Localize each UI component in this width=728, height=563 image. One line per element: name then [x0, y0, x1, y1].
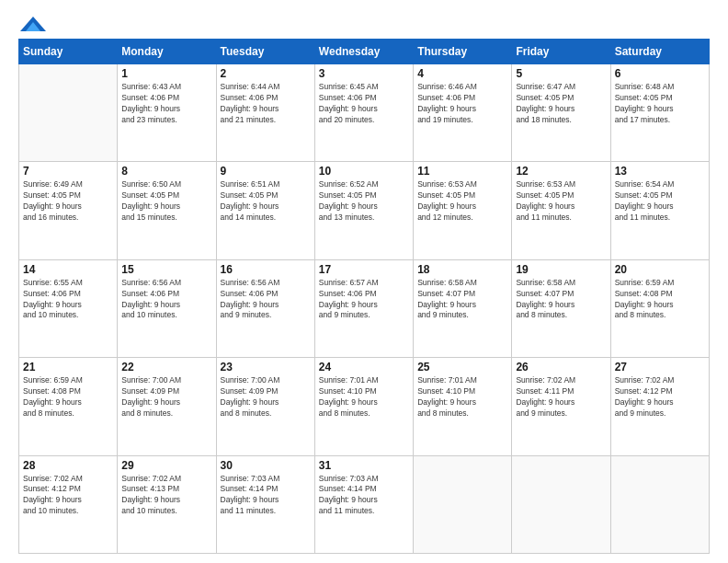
- calendar-cell: 7Sunrise: 6:49 AM Sunset: 4:05 PM Daylig…: [19, 162, 118, 259]
- day-info: Sunrise: 7:02 AM Sunset: 4:13 PM Dayligh…: [121, 474, 211, 518]
- calendar-header-monday: Monday: [118, 40, 216, 64]
- day-info: Sunrise: 6:53 AM Sunset: 4:05 PM Dayligh…: [417, 179, 507, 224]
- calendar-cell: 23Sunrise: 7:00 AM Sunset: 4:09 PM Dayli…: [216, 358, 314, 455]
- calendar-cell: 9Sunrise: 6:51 AM Sunset: 4:05 PM Daylig…: [216, 162, 314, 259]
- day-number: 19: [516, 263, 606, 276]
- day-info: Sunrise: 6:58 AM Sunset: 4:07 PM Dayligh…: [516, 278, 606, 322]
- calendar-cell: 31Sunrise: 7:03 AM Sunset: 4:14 PM Dayli…: [314, 455, 413, 553]
- calendar-cell: 27Sunrise: 7:02 AM Sunset: 4:12 PM Dayli…: [610, 358, 709, 455]
- calendar-cell: 10Sunrise: 6:52 AM Sunset: 4:05 PM Dayli…: [314, 162, 413, 259]
- day-number: 15: [121, 263, 211, 276]
- calendar-cell: 25Sunrise: 7:01 AM Sunset: 4:10 PM Dayli…: [414, 358, 512, 455]
- day-number: 6: [615, 67, 705, 80]
- day-info: Sunrise: 7:03 AM Sunset: 4:14 PM Dayligh…: [319, 474, 409, 518]
- calendar-cell: [414, 455, 512, 553]
- day-number: 16: [221, 263, 311, 276]
- calendar-cell: 1Sunrise: 6:43 AM Sunset: 4:06 PM Daylig…: [118, 64, 216, 162]
- logo-icon: [20, 15, 46, 33]
- calendar-week-row: 28Sunrise: 7:02 AM Sunset: 4:12 PM Dayli…: [19, 455, 710, 553]
- day-info: Sunrise: 6:59 AM Sunset: 4:08 PM Dayligh…: [23, 375, 113, 419]
- day-number: 7: [23, 165, 113, 178]
- calendar-cell: 24Sunrise: 7:01 AM Sunset: 4:10 PM Dayli…: [314, 358, 413, 455]
- calendar-week-row: 21Sunrise: 6:59 AM Sunset: 4:08 PM Dayli…: [19, 358, 710, 455]
- day-number: 12: [516, 165, 606, 178]
- calendar-header-saturday: Saturday: [610, 40, 709, 64]
- day-number: 14: [23, 263, 113, 276]
- calendar-cell: 12Sunrise: 6:53 AM Sunset: 4:05 PM Dayli…: [512, 162, 610, 259]
- day-number: 20: [615, 263, 705, 276]
- day-info: Sunrise: 7:02 AM Sunset: 4:12 PM Dayligh…: [615, 375, 705, 419]
- day-info: Sunrise: 6:50 AM Sunset: 4:05 PM Dayligh…: [121, 179, 211, 224]
- day-number: 18: [417, 263, 507, 276]
- day-info: Sunrise: 6:58 AM Sunset: 4:07 PM Dayligh…: [417, 278, 507, 322]
- calendar-cell: 20Sunrise: 6:59 AM Sunset: 4:08 PM Dayli…: [610, 259, 709, 357]
- day-info: Sunrise: 6:47 AM Sunset: 4:05 PM Dayligh…: [516, 82, 606, 126]
- calendar-table: SundayMondayTuesdayWednesdayThursdayFrid…: [18, 39, 710, 554]
- logo: [18, 15, 46, 29]
- day-number: 8: [121, 165, 211, 178]
- calendar-header-sunday: Sunday: [19, 40, 118, 64]
- day-number: 27: [615, 361, 705, 373]
- day-number: 2: [221, 67, 311, 80]
- calendar-cell: 8Sunrise: 6:50 AM Sunset: 4:05 PM Daylig…: [118, 162, 216, 259]
- day-number: 26: [516, 361, 606, 373]
- day-info: Sunrise: 6:44 AM Sunset: 4:06 PM Dayligh…: [221, 82, 311, 126]
- day-number: 10: [319, 165, 409, 178]
- calendar-week-row: 14Sunrise: 6:55 AM Sunset: 4:06 PM Dayli…: [19, 259, 710, 357]
- calendar-cell: 21Sunrise: 6:59 AM Sunset: 4:08 PM Dayli…: [19, 358, 118, 455]
- day-info: Sunrise: 7:01 AM Sunset: 4:10 PM Dayligh…: [319, 375, 409, 419]
- day-info: Sunrise: 7:02 AM Sunset: 4:12 PM Dayligh…: [23, 474, 113, 518]
- day-info: Sunrise: 6:56 AM Sunset: 4:06 PM Dayligh…: [221, 278, 311, 322]
- day-number: 11: [417, 165, 507, 178]
- calendar-cell: [19, 64, 118, 162]
- day-number: 3: [319, 67, 409, 80]
- calendar-header-tuesday: Tuesday: [216, 40, 314, 64]
- day-info: Sunrise: 7:02 AM Sunset: 4:11 PM Dayligh…: [516, 375, 606, 419]
- day-info: Sunrise: 6:57 AM Sunset: 4:06 PM Dayligh…: [319, 278, 409, 322]
- calendar-cell: 28Sunrise: 7:02 AM Sunset: 4:12 PM Dayli…: [19, 455, 118, 553]
- day-number: 1: [121, 67, 211, 80]
- day-number: 9: [221, 165, 311, 178]
- day-number: 29: [121, 459, 211, 472]
- day-number: 4: [417, 67, 507, 80]
- day-number: 21: [23, 361, 113, 373]
- calendar-cell: [512, 455, 610, 553]
- calendar-cell: 29Sunrise: 7:02 AM Sunset: 4:13 PM Dayli…: [118, 455, 216, 553]
- header: [18, 15, 710, 29]
- day-number: 13: [615, 165, 705, 178]
- calendar-cell: 15Sunrise: 6:56 AM Sunset: 4:06 PM Dayli…: [118, 259, 216, 357]
- day-number: 31: [319, 459, 409, 472]
- calendar-week-row: 1Sunrise: 6:43 AM Sunset: 4:06 PM Daylig…: [19, 64, 710, 162]
- calendar-cell: 5Sunrise: 6:47 AM Sunset: 4:05 PM Daylig…: [512, 64, 610, 162]
- day-number: 30: [221, 459, 311, 472]
- calendar-cell: 11Sunrise: 6:53 AM Sunset: 4:05 PM Dayli…: [414, 162, 512, 259]
- day-info: Sunrise: 7:03 AM Sunset: 4:14 PM Dayligh…: [221, 474, 311, 518]
- calendar-cell: 26Sunrise: 7:02 AM Sunset: 4:11 PM Dayli…: [512, 358, 610, 455]
- calendar-cell: 19Sunrise: 6:58 AM Sunset: 4:07 PM Dayli…: [512, 259, 610, 357]
- day-info: Sunrise: 6:59 AM Sunset: 4:08 PM Dayligh…: [615, 278, 705, 322]
- day-info: Sunrise: 6:48 AM Sunset: 4:05 PM Dayligh…: [615, 82, 705, 126]
- page: SundayMondayTuesdayWednesdayThursdayFrid…: [0, 0, 728, 563]
- calendar-header-thursday: Thursday: [414, 40, 512, 64]
- day-info: Sunrise: 6:53 AM Sunset: 4:05 PM Dayligh…: [516, 179, 606, 224]
- day-info: Sunrise: 7:00 AM Sunset: 4:09 PM Dayligh…: [221, 375, 311, 419]
- calendar-cell: 3Sunrise: 6:45 AM Sunset: 4:06 PM Daylig…: [314, 64, 413, 162]
- calendar-cell: 18Sunrise: 6:58 AM Sunset: 4:07 PM Dayli…: [414, 259, 512, 357]
- day-info: Sunrise: 6:52 AM Sunset: 4:05 PM Dayligh…: [319, 179, 409, 224]
- day-info: Sunrise: 6:56 AM Sunset: 4:06 PM Dayligh…: [121, 278, 211, 322]
- calendar-cell: 22Sunrise: 7:00 AM Sunset: 4:09 PM Dayli…: [118, 358, 216, 455]
- day-info: Sunrise: 6:54 AM Sunset: 4:05 PM Dayligh…: [615, 179, 705, 224]
- day-info: Sunrise: 7:01 AM Sunset: 4:10 PM Dayligh…: [417, 375, 507, 419]
- calendar-header-friday: Friday: [512, 40, 610, 64]
- day-number: 17: [319, 263, 409, 276]
- day-info: Sunrise: 6:46 AM Sunset: 4:06 PM Dayligh…: [417, 82, 507, 126]
- calendar-cell: [610, 455, 709, 553]
- day-info: Sunrise: 6:45 AM Sunset: 4:06 PM Dayligh…: [319, 82, 409, 126]
- calendar-cell: 6Sunrise: 6:48 AM Sunset: 4:05 PM Daylig…: [610, 64, 709, 162]
- day-info: Sunrise: 6:43 AM Sunset: 4:06 PM Dayligh…: [121, 82, 211, 126]
- calendar-header-row: SundayMondayTuesdayWednesdayThursdayFrid…: [19, 40, 710, 64]
- calendar-cell: 4Sunrise: 6:46 AM Sunset: 4:06 PM Daylig…: [414, 64, 512, 162]
- day-number: 22: [121, 361, 211, 373]
- day-number: 5: [516, 67, 606, 80]
- day-number: 23: [221, 361, 311, 373]
